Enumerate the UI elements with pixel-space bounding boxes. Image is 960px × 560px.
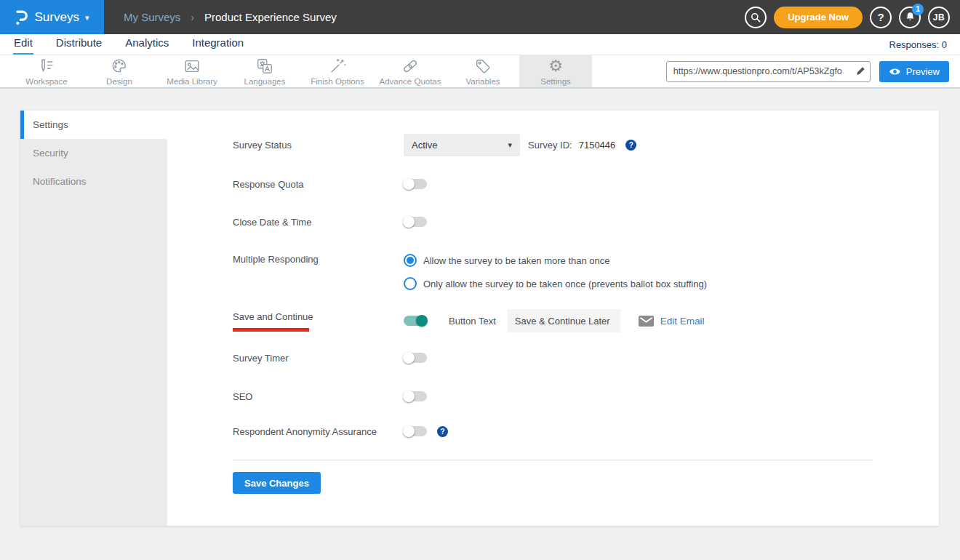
image-icon: [183, 57, 201, 75]
chain-link-icon: [401, 57, 419, 75]
survey-id-help-icon[interactable]: ?: [625, 140, 636, 151]
seo-toggle[interactable]: [404, 391, 427, 401]
sidebar-item-security[interactable]: Security: [20, 139, 167, 167]
survey-status-select[interactable]: Active ▾: [404, 134, 520, 156]
red-underline: [233, 328, 309, 332]
tab-analytics[interactable]: Analytics: [124, 35, 169, 55]
notification-count-badge: 1: [912, 4, 924, 15]
toolbar-advance-quotas[interactable]: Advance Quotas: [374, 55, 447, 87]
breadcrumb: My Surveys › Product Experience Survey: [124, 11, 337, 23]
toolbar-right: Preview: [666, 55, 960, 87]
top-header-bar: Surveys ▾ My Surveys › Product Experienc…: [0, 0, 960, 34]
search-icon: [750, 12, 761, 23]
header-actions: Upgrade Now ? 1 JB: [745, 7, 960, 28]
radio-option-multiple: Allow the survey to be taken more than o…: [404, 254, 707, 267]
caret-down-icon: ▾: [508, 140, 512, 150]
toolbar-finish-options[interactable]: Finish Options: [301, 55, 374, 87]
tab-edit[interactable]: Edit: [13, 35, 33, 55]
toolbar-languages[interactable]: Languages: [228, 55, 301, 87]
sidebar-item-notifications[interactable]: Notifications: [20, 167, 167, 196]
respondent-anonymity-label: Respondent Anonymity Assurance: [233, 426, 404, 437]
toolbar-settings[interactable]: ⚙ Settings: [519, 55, 592, 87]
upgrade-now-button[interactable]: Upgrade Now: [774, 7, 863, 28]
survey-timer-toggle[interactable]: [404, 353, 427, 363]
settings-form: Survey Status Active ▾ Survey ID: 715044…: [233, 111, 917, 494]
seo-label: SEO: [233, 391, 404, 402]
product-switcher-surveys[interactable]: Surveys ▾: [0, 0, 104, 34]
survey-status-row: Survey Status Active ▾ Survey ID: 715044…: [233, 134, 917, 156]
help-button[interactable]: ?: [870, 7, 892, 28]
tab-integration[interactable]: Integration: [191, 35, 244, 55]
caret-down-icon: ▾: [85, 13, 89, 23]
radio-allow-multiple[interactable]: [404, 254, 417, 267]
breadcrumb-my-surveys[interactable]: My Surveys: [124, 11, 180, 23]
radio-option-once: Only allow the survey to be taken once (…: [404, 277, 707, 290]
response-quota-row: Response Quota: [233, 178, 917, 190]
edit-email-link[interactable]: Edit Email: [660, 316, 705, 327]
tab-distribute[interactable]: Distribute: [55, 35, 103, 55]
survey-timer-label: Survey Timer: [233, 353, 404, 364]
survey-status-label: Survey Status: [233, 140, 404, 151]
save-continue-row: Save and Continue Button Text Edit Email: [233, 309, 917, 332]
save-changes-button[interactable]: Save Changes: [233, 472, 321, 494]
palette-icon: [111, 57, 128, 75]
edit-pencil-icon[interactable]: [855, 66, 865, 76]
toolbar-media-library[interactable]: Media Library: [156, 55, 228, 87]
button-text-label: Button Text: [449, 316, 496, 327]
anonymity-help-icon[interactable]: ?: [437, 426, 448, 437]
breadcrumb-current-survey: Product Experience Survey: [204, 11, 337, 23]
button-text-input[interactable]: [508, 309, 620, 332]
save-continue-label: Save and Continue: [233, 311, 313, 322]
survey-nav-bar: Edit Distribute Analytics Integration Re…: [0, 34, 960, 55]
settings-card: Settings Security Notifications Survey S…: [20, 111, 939, 526]
respondent-anonymity-row: Respondent Anonymity Assurance ?: [233, 425, 917, 437]
survey-id-value: 7150446: [579, 140, 616, 151]
questionpro-logo-icon: [15, 8, 29, 26]
settings-sidebar: Settings Security Notifications: [20, 111, 167, 526]
eye-icon: [889, 67, 901, 76]
translate-icon: [256, 57, 273, 75]
tag-icon: [474, 57, 492, 75]
survey-url-input[interactable]: [673, 66, 855, 76]
email-envelope-icon[interactable]: [639, 316, 654, 327]
survey-timer-row: Survey Timer: [233, 352, 917, 364]
preview-button[interactable]: Preview: [879, 61, 949, 82]
search-button[interactable]: [745, 7, 767, 28]
responses-count: Responses: 0: [889, 39, 948, 55]
radio-only-once[interactable]: [404, 277, 417, 290]
multiple-responding-label: Multiple Responding: [233, 254, 404, 265]
question-mark-icon: ?: [877, 11, 884, 23]
gear-icon: ⚙: [548, 57, 563, 75]
close-date-toggle[interactable]: [404, 217, 427, 227]
survey-url-box: [666, 61, 871, 82]
form-divider: [233, 460, 873, 460]
workspace-icon: [38, 57, 55, 75]
edit-toolbar: Workspace Design Media Library Lang: [0, 55, 960, 89]
chevron-right-icon: ›: [191, 12, 194, 23]
magic-wand-icon: [329, 57, 346, 75]
response-quota-toggle[interactable]: [404, 179, 427, 189]
respondent-anonymity-toggle[interactable]: [404, 426, 427, 436]
toolbar-variables[interactable]: Variables: [447, 55, 519, 87]
notifications-button[interactable]: 1: [899, 7, 921, 28]
avatar[interactable]: JB: [928, 7, 950, 28]
seo-row: SEO: [233, 391, 917, 402]
save-continue-toggle[interactable]: [404, 316, 427, 326]
response-quota-label: Response Quota: [233, 179, 404, 190]
close-date-label: Close Date & Time: [233, 217, 404, 228]
toolbar-design[interactable]: Design: [83, 55, 156, 87]
product-name: Surveys: [35, 10, 79, 25]
toolbar-workspace[interactable]: Workspace: [10, 55, 83, 87]
sidebar-item-settings[interactable]: Settings: [20, 111, 167, 139]
multiple-responding-row: Multiple Responding Allow the survey to …: [233, 254, 917, 290]
survey-id-label: Survey ID:: [528, 140, 572, 151]
page-content: Settings Security Notifications Survey S…: [0, 90, 960, 560]
close-date-row: Close Date & Time: [233, 216, 917, 228]
